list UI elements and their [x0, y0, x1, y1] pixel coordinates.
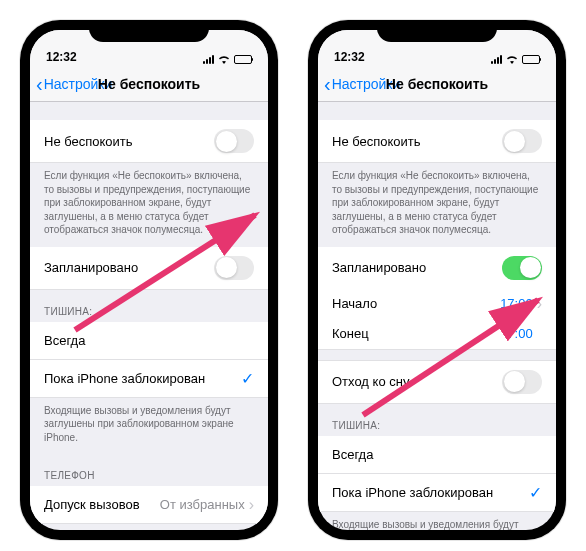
dnd-label: Не беспокоить — [332, 134, 421, 149]
nav-bar: ‹ Настройки Не беспокоить — [318, 66, 556, 102]
settings-content[interactable]: Не беспокоить Если функция «Не беспокоит… — [318, 102, 556, 530]
checkmark-icon: ✓ — [241, 369, 254, 388]
nav-bar: ‹ Настройки Не беспокоить — [30, 66, 268, 102]
phone-header: ТЕЛЕФОН — [30, 454, 268, 486]
allow-footer: В режиме «Не беспокоить» разрешить входя… — [30, 524, 268, 530]
allow-calls-label: Допуск вызовов — [44, 497, 140, 512]
begin-label: Начало — [332, 296, 377, 311]
dnd-switch[interactable] — [214, 129, 254, 153]
while-locked-label: Пока iPhone заблокирован — [44, 371, 205, 386]
nav-title: Не беспокоить — [386, 76, 488, 92]
dnd-row[interactable]: Не беспокоить — [30, 120, 268, 163]
chevron-right-icon: › — [537, 295, 542, 313]
phone-frame-right: 12:32 ‹ Настройки Не беспокоить Не беспо… — [308, 20, 566, 540]
status-time: 12:32 — [46, 50, 77, 64]
scheduled-row[interactable]: Запланировано — [30, 247, 268, 290]
scheduled-row[interactable]: Запланировано — [318, 247, 556, 289]
phone-frame-left: 12:32 ‹ Настройки Не беспокоить Не беспо… — [20, 20, 278, 540]
bedtime-switch[interactable] — [502, 370, 542, 394]
end-row[interactable]: Конец 7:00› — [318, 319, 556, 349]
dnd-footer: Если функция «Не беспокоить» включена, т… — [30, 163, 268, 247]
begin-row[interactable]: Начало 17:00› — [318, 289, 556, 319]
schedule-time-group[interactable]: Начало 17:00› Конец 7:00› — [318, 289, 556, 350]
scheduled-label: Запланировано — [44, 260, 138, 275]
checkmark-icon: ✓ — [529, 483, 542, 502]
always-row[interactable]: Всегда — [318, 436, 556, 474]
dnd-label: Не беспокоить — [44, 134, 133, 149]
bedtime-label: Отход ко сну — [332, 374, 409, 389]
chevron-right-icon: › — [249, 496, 254, 514]
while-locked-row[interactable]: Пока iPhone заблокирован ✓ — [318, 474, 556, 512]
dnd-switch[interactable] — [502, 129, 542, 153]
silence-header: ТИШИНА: — [30, 290, 268, 322]
screen: 12:32 ‹ Настройки Не беспокоить Не беспо… — [30, 30, 268, 530]
battery-icon — [522, 55, 540, 64]
while-locked-label: Пока iPhone заблокирован — [332, 485, 493, 500]
allow-calls-value: От избранных › — [160, 496, 254, 514]
dnd-row[interactable]: Не беспокоить — [318, 120, 556, 163]
allow-calls-row[interactable]: Допуск вызовов От избранных › — [30, 486, 268, 524]
wifi-icon — [506, 55, 518, 64]
always-label: Всегда — [332, 447, 373, 462]
scheduled-switch[interactable] — [502, 256, 542, 280]
screen: 12:32 ‹ Настройки Не беспокоить Не беспо… — [318, 30, 556, 530]
begin-value: 17:00 — [500, 296, 533, 311]
signal-icon — [491, 55, 502, 64]
scheduled-label: Запланировано — [332, 260, 426, 275]
always-row[interactable]: Всегда — [30, 322, 268, 360]
status-indicators — [491, 55, 540, 64]
battery-icon — [234, 55, 252, 64]
end-label: Конец — [332, 326, 369, 341]
settings-content[interactable]: Не беспокоить Если функция «Не беспокоит… — [30, 102, 268, 530]
silence-footer: Входящие вызовы и уведомления будут загл… — [318, 512, 556, 531]
dnd-footer: Если функция «Не беспокоить» включена, т… — [318, 163, 556, 247]
silence-header: ТИШИНА: — [318, 404, 556, 436]
always-label: Всегда — [44, 333, 85, 348]
status-indicators — [203, 55, 252, 64]
status-time: 12:32 — [334, 50, 365, 64]
end-value: 7:00 — [507, 326, 532, 341]
bedtime-row[interactable]: Отход ко сну — [318, 360, 556, 404]
while-locked-row[interactable]: Пока iPhone заблокирован ✓ — [30, 360, 268, 398]
silence-footer: Входящие вызовы и уведомления будут загл… — [30, 398, 268, 455]
chevron-left-icon: ‹ — [36, 74, 43, 94]
signal-icon — [203, 55, 214, 64]
notch — [89, 20, 209, 42]
nav-title: Не беспокоить — [98, 76, 200, 92]
wifi-icon — [218, 55, 230, 64]
scheduled-switch[interactable] — [214, 256, 254, 280]
chevron-left-icon: ‹ — [324, 74, 331, 94]
notch — [377, 20, 497, 42]
